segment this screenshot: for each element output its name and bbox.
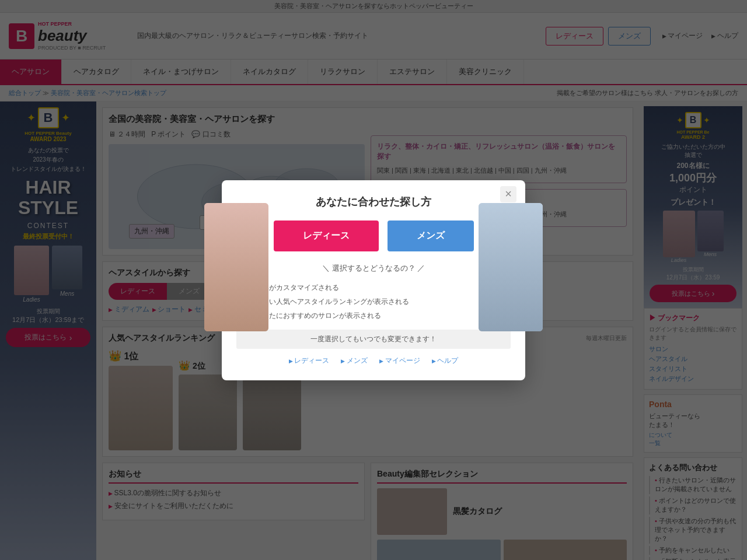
modal-mypage-link[interactable]: マイページ: [379, 356, 420, 366]
modal-help-link[interactable]: ヘルプ: [432, 356, 459, 366]
modal: × あなたに合わせた探し方 レディース メンズ 選択するとどうなるの？ 特集がカ…: [222, 180, 525, 380]
modal-note: 一度選択してもいつでも変更できます！: [236, 330, 511, 349]
modal-benefits-list: 特集がカスタマイズされる 見たい人気ヘアスタイルランキングが表示される あなたに…: [236, 281, 511, 323]
modal-gender-row: レディース メンズ: [236, 220, 511, 251]
modal-mens-link[interactable]: メンズ: [341, 356, 368, 366]
modal-sub-text: 選択するとどうなるの？: [236, 263, 511, 274]
modal-man-photo: [479, 203, 543, 331]
modal-mens-button[interactable]: メンズ: [388, 220, 474, 251]
modal-woman-overlay: [204, 203, 268, 331]
modal-benefit-2: 見たい人気ヘアスタイルランキングが表示される: [248, 295, 511, 309]
modal-close-button[interactable]: ×: [500, 186, 516, 202]
modal-title: あなたに合わせた探し方: [236, 195, 511, 209]
modal-benefit-3: あなたにおすすめのサロンが表示される: [248, 309, 511, 323]
modal-man-overlay: [479, 203, 543, 331]
modal-ladies-button[interactable]: レディース: [274, 220, 379, 251]
modal-bottom-links: レディース メンズ マイページ ヘルプ: [236, 356, 511, 366]
modal-woman-photo: [204, 203, 268, 331]
modal-overlay[interactable]: × あなたに合わせた探し方 レディース メンズ 選択するとどうなるの？ 特集がカ…: [0, 0, 747, 560]
modal-benefit-1: 特集がカスタマイズされる: [248, 281, 511, 295]
modal-ladies-link[interactable]: レディース: [289, 356, 330, 366]
